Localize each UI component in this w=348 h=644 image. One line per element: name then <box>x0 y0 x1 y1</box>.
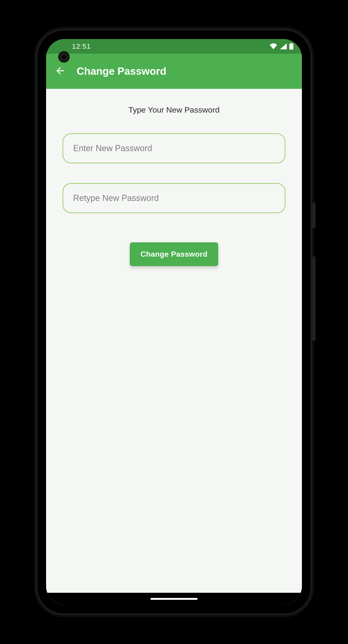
front-camera <box>58 51 70 62</box>
phone-device-frame: 12:51 Change Password <box>38 30 310 614</box>
change-password-button[interactable]: Change Password <box>130 242 218 266</box>
svg-rect-0 <box>289 44 293 50</box>
new-password-input[interactable] <box>63 133 285 163</box>
status-icons <box>269 43 293 50</box>
volume-button <box>312 256 315 341</box>
page-title: Change Password <box>77 65 166 77</box>
wifi-icon <box>269 43 277 49</box>
arrow-left-icon <box>55 65 66 77</box>
power-button <box>312 202 315 228</box>
svg-rect-1 <box>291 43 292 44</box>
system-nav-bar <box>46 593 302 605</box>
back-button[interactable] <box>53 64 67 78</box>
app-screen: 12:51 Change Password <box>46 39 302 605</box>
app-bar: Change Password <box>46 54 302 89</box>
status-bar: 12:51 <box>46 39 302 54</box>
content-area: Type Your New Password Change Password <box>46 89 302 266</box>
home-indicator[interactable] <box>151 598 197 600</box>
status-time: 12:51 <box>72 42 91 50</box>
cellular-signal-icon <box>280 43 287 49</box>
instruction-text: Type Your New Password <box>63 105 285 114</box>
battery-icon <box>289 43 293 50</box>
retype-password-input[interactable] <box>63 183 285 213</box>
